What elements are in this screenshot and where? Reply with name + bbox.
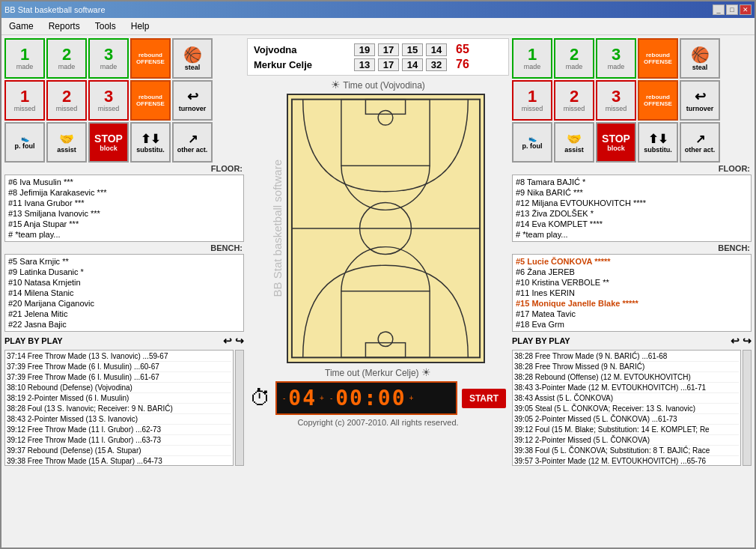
left-2-missed-button[interactable]: 2 missed [46,80,87,121]
quarter-minus-button[interactable]: - [283,394,285,402]
left-player-5[interactable]: #15 Anja Stupar *** [8,219,240,229]
right-substitution-button[interactable]: ⬆⬇ substitu. [638,122,678,163]
left-bench-player-2[interactable]: #9 Latinka Dusanic * [8,267,240,277]
pbp-item[interactable]: 38:28 Rebound (Offense) (12 M. EVTOUKHOV… [514,372,739,383]
right-bench-player-3[interactable]: #10 Kristina VERBOLE ** [516,277,748,288]
left-substitution-button[interactable]: ⬆⬇ substitu. [130,122,171,163]
pbp-item[interactable]: 37:39 Free Throw Made (6 I. Musulin) ...… [7,372,231,383]
pbp-item[interactable]: 38:28 Free Throw Missed (9 N. BARIĆ) [514,362,739,372]
right-pbp-redo-icon[interactable]: ↪ [743,335,752,347]
left-floor-players[interactable]: #6 Iva Musulin *** #8 Jefimija Karakasev… [4,175,244,242]
left-pfoul-button[interactable]: 👟 p. foul [4,122,45,163]
right-bench-player-2[interactable]: #6 Žana JEREB [516,267,748,277]
right-bench-player-7[interactable]: #18 Eva Grm [516,319,748,330]
right-rebound-defense-button[interactable]: reboundOFFENSE [638,80,678,121]
pbp-item[interactable]: 39:12 Free Throw Made (11 I. Grubor) ...… [7,435,231,446]
right-3-made-button[interactable]: 3 made [596,38,636,79]
menu-help[interactable]: Help [126,19,154,33]
right-rebound-offense-button[interactable]: reboundOFFENSE [638,38,678,79]
maximize-button[interactable]: □ [726,4,738,15]
left-3-made-button[interactable]: 3 made [88,38,129,79]
left-assist-button[interactable]: 🤝 assist [46,122,87,163]
time-plus-button[interactable]: + [409,394,414,402]
right-3-missed-button[interactable]: 3 missed [596,80,636,121]
left-player-2[interactable]: #8 Jefimija Karakasevic *** [8,187,240,198]
pbp-item[interactable]: 38:43 2-Pointer Missed (13 S. Ivanovic) [7,414,231,425]
left-bench-player-4[interactable]: #14 Milena Stanic [8,288,240,298]
pbp-item[interactable]: 38:28 Free Throw Made (9 N. BARIĆ) ...61… [514,351,739,362]
pbp-item[interactable]: 39:38 Free Throw Made (15 A. Stupar) ...… [7,456,231,466]
left-2-made-button[interactable]: 2 made [46,38,87,79]
close-button[interactable]: ✕ [740,4,752,15]
pbp-item[interactable]: 37:14 Free Throw Made (13 S. Ivanovic) .… [7,351,231,362]
right-pbp-scrollbar[interactable] [743,350,752,466]
right-1-made-button[interactable]: 1 made [512,38,552,79]
right-player-2[interactable]: #9 Nika BARIĆ *** [516,187,748,198]
right-player-4[interactable]: #13 Živa ZDOLŠEK * [516,208,748,219]
pbp-item[interactable]: 39:57 3-Pointer Made (12 M. EVTOUKHOVITC… [514,456,739,466]
left-bench-players[interactable]: #5 Sara Krnjic ** #9 Latinka Dusanic * #… [4,254,244,332]
menu-tools[interactable]: Tools [91,19,121,33]
time-minus-button[interactable]: - [330,394,332,402]
pbp-item[interactable]: 39:12 Free Throw Made (11 I. Grubor) ...… [7,425,231,435]
left-bench-player-1[interactable]: #5 Sara Krnjic ** [8,256,240,267]
pbp-item[interactable]: 38:43 3-Pointer Made (12 M. EVTOUKHOVITC… [514,383,739,393]
quarter-plus-button[interactable]: + [320,394,324,402]
left-bench-player-3[interactable]: #10 Natasa Krnjetin [8,277,240,288]
right-bench-player-5[interactable]: #15 Monique Janelle Blake ***** [516,298,748,309]
left-player-1[interactable]: #6 Iva Musulin *** [8,177,240,187]
timer-icon[interactable]: ⏱ [250,386,271,410]
left-other-button[interactable]: ↗ other act. [172,122,213,163]
right-bench-player-1[interactable]: #5 Lucie ČONKOVA ***** [516,256,748,267]
right-floor-players[interactable]: #8 Tamara BAJIĆ * #9 Nika BARIĆ *** #12 … [512,175,752,242]
menu-game[interactable]: Game [4,19,38,33]
left-rebound-offense-button[interactable]: reboundOFFENSE [130,38,171,79]
left-1-made-button[interactable]: 1 made [4,38,45,79]
left-bench-player-5[interactable]: #20 Marijana Ciganovic [8,298,240,309]
left-rebound-defense-button[interactable]: reboundOFFENSE [130,80,171,121]
left-bench-player-6[interactable]: #21 Jelena Mitic [8,309,240,319]
left-pbp-list[interactable]: 37:14 Free Throw Made (13 S. Ivanovic) .… [4,350,234,466]
right-pbp-list[interactable]: 38:28 Free Throw Made (9 N. BARIĆ) ...61… [512,350,741,466]
right-2-made-button[interactable]: 2 made [554,38,594,79]
pbp-item[interactable]: 39:05 Steal (5 L. ČONKOVA; Receiver: 13 … [514,404,739,414]
right-player-6[interactable]: # *team play... [516,229,748,240]
left-player-3[interactable]: #11 Ivana Grubor *** [8,198,240,208]
pbp-item[interactable]: 38:19 2-Pointer Missed (6 I. Musulin) [7,393,231,404]
right-turnover-button[interactable]: ↩ turnover [680,80,720,121]
menu-reports[interactable]: Reports [44,19,85,33]
left-1-missed-button[interactable]: 1 missed [4,80,45,121]
right-player-3[interactable]: #12 Miljana EVTOUKHOVITCH **** [516,198,748,208]
right-other-button[interactable]: ↗ other act. [680,122,720,163]
start-button[interactable]: START [462,389,506,408]
right-bench-player-4[interactable]: #11 Ines KERIN [516,288,748,298]
pbp-item[interactable]: 39:05 2-Pointer Missed (5 L. ČONKOVA) ..… [514,414,739,425]
right-pfoul-button[interactable]: 👟 p. foul [512,122,552,163]
right-pbp-undo-icon[interactable]: ↩ [731,335,740,347]
right-assist-button[interactable]: 🤝 assist [554,122,594,163]
left-3-missed-button[interactable]: 3 missed [88,80,129,121]
left-pbp-scrollbar[interactable] [235,350,244,466]
right-block-button[interactable]: STOP block [596,122,636,163]
left-block-button[interactable]: STOP block [88,122,129,163]
right-1-missed-button[interactable]: 1 missed [512,80,552,121]
right-steal-button[interactable]: 🏀 steal [680,38,720,79]
right-2-missed-button[interactable]: 2 missed [554,80,594,121]
right-bench-player-6[interactable]: #17 Matea Tavic [516,309,748,319]
right-bench-players[interactable]: #5 Lucie ČONKOVA ***** #6 Žana JEREB #10… [512,254,752,332]
right-player-1[interactable]: #8 Tamara BAJIĆ * [516,177,748,187]
left-pbp-undo-icon[interactable]: ↩ [223,335,232,347]
pbp-item[interactable]: 38:43 Assist (5 L. ČONKOVA) [514,393,739,404]
left-bench-player-7[interactable]: #22 Jasna Bajic [8,319,240,330]
left-player-6[interactable]: # *team play... [8,229,240,240]
minimize-button[interactable]: _ [713,4,725,15]
left-pbp-redo-icon[interactable]: ↪ [235,335,244,347]
pbp-item[interactable]: 39:12 Foul (15 M. Blake; Substitution: 1… [514,425,739,435]
pbp-item[interactable]: 37:39 Free Throw Made (6 I. Musulin) ...… [7,362,231,372]
right-player-5[interactable]: #14 Eva KOMPLET **** [516,219,748,229]
pbp-item[interactable]: 38:10 Rebound (Defense) (Vojvodina) [7,383,231,393]
pbp-item[interactable]: 39:38 Foul (5 L. ČONKOVA; Substitution: … [514,446,739,456]
left-player-4[interactable]: #13 Smiljana Ivanovic *** [8,208,240,219]
left-turnover-button[interactable]: ↩ turnover [172,80,213,121]
pbp-item[interactable]: 39:37 Rebound (Defense) (15 A. Stupar) [7,446,231,456]
